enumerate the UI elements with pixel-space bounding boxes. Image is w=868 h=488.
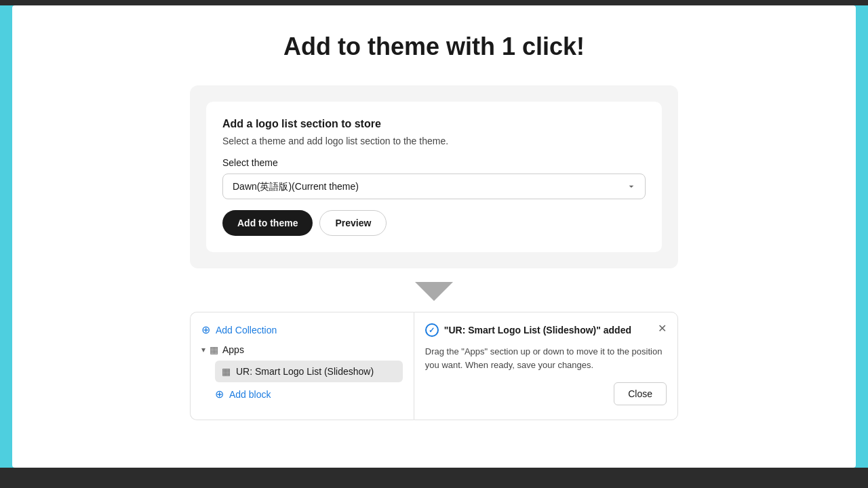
settings-inner: Add a logo list section to store Select … [206,102,662,252]
notification-title: "UR: Smart Logo List (Slideshow)" added [444,325,631,336]
logo-list-icon: ▦ [222,366,231,377]
bottom-bar [0,468,868,488]
arrow-container [415,282,453,301]
add-to-theme-button[interactable]: Add to theme [222,210,313,236]
section-description: Select a theme and add logo list section… [222,136,646,146]
add-collection-icon: ⊕ [201,323,210,336]
select-label: Select theme [222,157,646,168]
logo-list-row: ▦ UR: Smart Logo List (Slideshow) [215,361,403,382]
apps-grid-icon: ▦ [210,344,218,355]
apps-label: Apps [222,344,244,355]
settings-card: Add a logo list section to store Select … [190,85,678,268]
page-title: Add to theme with 1 click! [283,33,585,61]
left-panel: ⊕ Add Collection ▾ ▦ Apps ▦ UR: Smart Lo… [190,312,414,420]
close-x-icon[interactable]: ✕ [658,323,667,334]
add-block-icon: ⊕ [215,388,224,401]
chevron-icon: ▾ [201,345,205,354]
top-bar [0,0,868,5]
right-panel: "UR: Smart Logo List (Slideshow)" added … [414,312,678,420]
button-row: Add to theme Preview [222,210,646,236]
add-collection-label: Add Collection [216,325,277,336]
bottom-panels: ⊕ Add Collection ▾ ▦ Apps ▦ UR: Smart Lo… [190,312,678,420]
check-circle-icon [425,323,439,337]
theme-select[interactable]: Dawn(英語版)(Current theme) [222,174,646,199]
apps-row: ▾ ▦ Apps [201,344,403,355]
arrow-down-icon [415,282,453,301]
close-button[interactable]: Close [614,382,667,405]
section-title: Add a logo list section to store [222,118,646,130]
add-block-link[interactable]: ⊕ Add block [215,388,403,401]
notification-header: "UR: Smart Logo List (Slideshow)" added … [425,323,667,337]
notification-body: Drag the "Apps" section up or down to mo… [425,345,667,371]
add-block-label: Add block [229,389,271,400]
add-collection-link[interactable]: ⊕ Add Collection [201,323,403,336]
logo-list-label: UR: Smart Logo List (Slideshow) [236,366,374,377]
preview-button[interactable]: Preview [319,210,387,236]
notification-title-row: "UR: Smart Logo List (Slideshow)" added [425,323,631,337]
main-content: Add to theme with 1 click! Add a logo li… [12,5,856,468]
